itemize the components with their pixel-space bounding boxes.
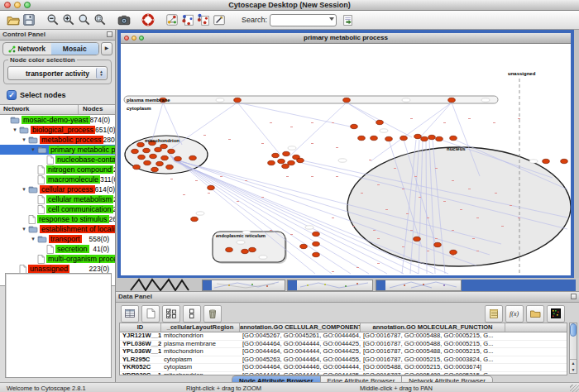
tab-mosaic[interactable]: Mosaic xyxy=(51,43,99,55)
zoom-view-button[interactable] xyxy=(139,36,144,41)
tree-item-cell-communication[interactable]: cell communication22(0) xyxy=(0,204,115,214)
snapshot-button[interactable] xyxy=(116,12,132,28)
graph-node[interactable] xyxy=(150,154,157,158)
close-view-button[interactable] xyxy=(124,36,129,41)
tree-item-mosaic-demo-yeast[interactable]: mosaic-demo-yeast874(0) xyxy=(0,115,115,125)
graph-node[interactable] xyxy=(448,98,456,102)
network-canvas[interactable]: plasma membranecytoplasmmitochondrionnuc… xyxy=(121,44,571,275)
birdseye-view-panel[interactable] xyxy=(5,273,112,378)
tree-item-multi-organism-process[interactable]: multi-organism process42(0) xyxy=(0,254,115,264)
graph-node[interactable] xyxy=(242,249,249,253)
table-row[interactable]: YKR052Ccytoplasm[GO:0044464, GO:0044446,… xyxy=(120,364,567,372)
graph-node[interactable] xyxy=(249,247,256,251)
tree-item-biological-process[interactable]: ▾biological_process651(0) xyxy=(0,125,115,135)
folder-button[interactable] xyxy=(526,305,544,323)
annotate-button[interactable] xyxy=(211,12,227,28)
graph-node[interactable] xyxy=(450,250,457,254)
network-box-button[interactable] xyxy=(164,12,179,28)
graph-node[interactable] xyxy=(138,155,146,159)
graph-node[interactable] xyxy=(208,185,215,189)
float-panel-icon[interactable] xyxy=(571,294,577,299)
graph-node[interactable] xyxy=(144,160,151,165)
fx-button[interactable]: f(x) xyxy=(505,305,524,323)
network-window-titlebar[interactable]: primary metabolic process xyxy=(121,33,571,44)
table-row[interactable]: YPL036W__1mitochondrion[GO:0044464, GO:0… xyxy=(120,348,567,356)
tree-item-metabolic-process[interactable]: ▾metabolic process280(0) xyxy=(0,135,115,145)
expand-arrow-icon[interactable]: ▾ xyxy=(20,186,28,193)
table-row[interactable]: YLR295Ccytoplasm[GO:0045263, GO:0044464,… xyxy=(120,356,567,365)
graph-node[interactable] xyxy=(313,252,320,256)
tree-item-cellular-process[interactable]: ▾cellular process614(0) xyxy=(0,184,115,194)
search-input[interactable] xyxy=(270,14,337,26)
graph-node[interactable] xyxy=(132,149,139,153)
save-button[interactable] xyxy=(21,12,36,28)
graph-node[interactable] xyxy=(313,232,320,236)
resize-grip[interactable] xyxy=(570,385,579,392)
tree-item-response-to-stimulus[interactable]: response to stimulus264(0) xyxy=(0,214,115,224)
column-header-2[interactable]: _cellularLayoutRegion xyxy=(161,323,240,332)
tree-col-network[interactable]: Network xyxy=(0,105,79,114)
graph-node[interactable] xyxy=(414,134,422,138)
table-scrollbar[interactable]: ▲▼ xyxy=(569,323,577,374)
graph-node[interactable] xyxy=(283,151,290,155)
graph-node[interactable] xyxy=(143,148,151,152)
background-window-bar[interactable] xyxy=(462,280,576,291)
background-window[interactable] xyxy=(376,280,462,291)
tree-item-cellular-metabolism[interactable]: cellular metabolism209(0) xyxy=(0,194,115,204)
tree-item-macromolecule[interactable]: macromolecule311(0) xyxy=(0,174,115,184)
tree-item-establishment-of-localization[interactable]: ▾establishment of localization558(0) xyxy=(0,224,115,234)
help-ring-button[interactable] xyxy=(140,12,156,28)
graph-node[interactable] xyxy=(226,247,233,251)
graph-node[interactable] xyxy=(300,244,308,248)
graph-node[interactable] xyxy=(161,155,169,160)
graph-node[interactable] xyxy=(561,159,568,163)
select-nodes-checkbox[interactable]: ✓ xyxy=(7,90,17,100)
graph-node[interactable] xyxy=(351,124,358,128)
graph-node[interactable] xyxy=(434,242,442,246)
graph-node[interactable] xyxy=(175,156,182,160)
import-button[interactable] xyxy=(340,12,356,28)
open-button[interactable] xyxy=(5,12,21,28)
minimize-view-button[interactable] xyxy=(132,36,136,41)
zoom-window-button[interactable] xyxy=(24,2,31,8)
scrollbar-arrows[interactable]: ▲▼ xyxy=(570,359,577,373)
tab-network[interactable]: Network xyxy=(3,43,51,55)
graph-node[interactable] xyxy=(189,155,197,160)
zoom-fit-button[interactable] xyxy=(76,12,92,28)
column-header-4[interactable]: annotation.GO MOLECULAR_FUNCTION xyxy=(361,323,505,332)
graph-node[interactable] xyxy=(272,153,280,157)
attr-select-button[interactable] xyxy=(162,305,180,323)
graph-node[interactable] xyxy=(428,135,436,139)
tree-item-nitrogen-compound[interactable]: nitrogen compound209(0) xyxy=(0,165,115,174)
graph-node[interactable] xyxy=(288,160,295,165)
attr-small-button[interactable] xyxy=(183,305,201,323)
graph-node[interactable] xyxy=(436,136,443,141)
expand-arrow-icon[interactable]: ▾ xyxy=(20,226,28,232)
graph-node[interactable] xyxy=(268,160,275,165)
tree-item-transport[interactable]: ▾transport558(0) xyxy=(0,234,115,244)
graph-node[interactable] xyxy=(234,98,242,102)
minimize-window-button[interactable] xyxy=(14,2,21,8)
graph-node[interactable] xyxy=(168,149,175,153)
graph-node[interactable] xyxy=(376,120,384,124)
graph-node[interactable] xyxy=(313,241,320,246)
graph-node[interactable] xyxy=(385,136,393,141)
page-button[interactable] xyxy=(141,305,160,323)
graph-node[interactable] xyxy=(282,164,290,168)
graph-node[interactable] xyxy=(297,158,304,162)
vizmap-doc2-button[interactable] xyxy=(195,12,211,28)
graph-node[interactable] xyxy=(160,144,168,148)
graph-node[interactable] xyxy=(450,136,457,140)
table-row[interactable]: YPL036W__2plasma membrane[GO:0044464, GO… xyxy=(120,341,567,349)
tree-item-primary-metabolic-process[interactable]: ▾primary metabolic process209(0) xyxy=(0,145,115,155)
float-panel-icon[interactable] xyxy=(107,31,112,37)
search-dropdown-arrow-icon[interactable] xyxy=(329,17,334,21)
graph-node[interactable] xyxy=(343,98,351,102)
notes-button[interactable] xyxy=(485,305,503,323)
matrix-button[interactable] xyxy=(547,305,565,323)
graph-node[interactable] xyxy=(155,147,162,151)
trash-button[interactable] xyxy=(203,305,222,323)
network-view-window[interactable]: primary metabolic process plasma membran… xyxy=(117,30,574,278)
table-button[interactable] xyxy=(121,305,139,323)
zoom-region-button[interactable] xyxy=(92,12,108,28)
